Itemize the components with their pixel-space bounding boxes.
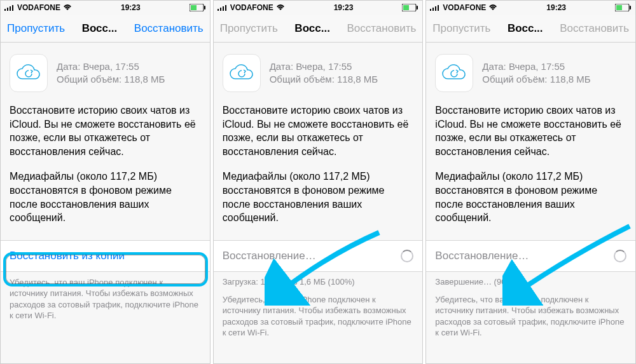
restore-button: Восстановить [560,22,629,35]
backup-info-card: Дата: Вчера, 17:55 Общий объём: 118,8 МБ [426,43,635,100]
nav-bar: Пропустить Восс... Восстановить [1,15,210,43]
svg-rect-3 [12,5,13,11]
status-time: 19:23 [546,3,566,12]
status-bar: VODAFONE 19:23 [1,1,210,15]
description-block: Восстановите историю своих чатов из iClo… [1,100,210,240]
desc-paragraph-1: Восстановите историю своих чатов из iClo… [10,104,201,158]
nav-title: Восс... [82,22,118,35]
svg-rect-20 [616,5,622,10]
carrier-label: VODAFONE [443,3,486,12]
svg-rect-9 [223,6,224,11]
restore-label: Восстановление… [435,250,529,262]
battery-icon [402,4,418,11]
skip-button: Пропустить [432,22,490,35]
footer-note: Убедитесь, что ваш iPhone подключен к ис… [1,272,210,327]
nav-title: Восс... [508,22,543,35]
svg-rect-7 [218,9,219,11]
status-bar: VODAFONE 19:23 [214,1,423,15]
desc-paragraph-1: Восстановите историю своих чатов из iClo… [223,104,414,158]
cloud-restore-icon [435,54,473,92]
skip-button[interactable]: Пропустить [7,22,65,35]
backup-date: Дата: Вчера, 17:55 [57,60,165,73]
signal-icon [218,4,228,11]
nav-bar: Пропустить Восс... Восстановить [426,15,635,43]
backup-info-card: Дата: Вчера, 17:55 Общий объём: 118,8 МБ [214,43,423,100]
carrier-label: VODAFONE [230,3,273,12]
signal-icon [4,4,15,11]
svg-rect-14 [430,9,431,11]
wifi-icon [63,4,72,11]
svg-rect-5 [204,6,205,10]
svg-rect-13 [403,5,409,10]
backup-date: Дата: Вчера, 17:55 [270,60,378,73]
restore-label: Восстановить из копии [10,250,125,262]
svg-rect-12 [417,6,418,10]
signal-icon [430,4,440,11]
screen-1: VODAFONE 19:23 Пропустить Восс... Восста… [0,0,211,364]
battery-icon [615,4,632,11]
status-time: 19:23 [334,3,354,12]
wifi-icon [488,4,497,11]
carrier-label: VODAFONE [17,3,60,12]
status-time: 19:23 [121,3,141,12]
desc-paragraph-2: Медиафайлы (около 117,2 МБ) восстановятс… [435,170,626,224]
progress-text: Завершение… (90%) [426,272,635,289]
svg-rect-19 [630,6,631,10]
desc-paragraph-2: Медиафайлы (около 117,2 МБ) восстановятс… [10,170,201,224]
svg-rect-6 [191,5,197,10]
nav-title: Восс... [294,22,330,35]
description-block: Восстановите историю своих чатов из iClo… [426,100,635,240]
restore-progress-row: Восстановление… [214,240,423,272]
screen-3: VODAFONE 19:23 Пропустить Восс... Восста… [425,0,636,364]
svg-rect-0 [4,9,6,11]
skip-button: Пропустить [220,22,278,35]
footer-note: Убедитесь, что ваш iPhone подключен к ис… [426,289,635,344]
cloud-restore-icon [10,54,48,92]
svg-rect-16 [435,6,436,11]
restore-label: Восстановление… [223,250,316,262]
backup-size: Общий объём: 118,8 МБ [270,73,378,86]
description-block: Восстановите историю своих чатов из iClo… [214,100,423,240]
battery-icon [190,4,206,11]
restore-button: Восстановить [347,22,416,35]
screen-2: VODAFONE 19:23 Пропустить Восс... Восста… [213,0,424,364]
wifi-icon [276,4,285,11]
spinner-icon [614,250,626,262]
progress-text: Загрузка: 1,6 МБ из 1,6 МБ (100%) [214,272,423,289]
backup-info-card: Дата: Вчера, 17:55 Общий объём: 118,8 МБ [1,43,210,100]
svg-rect-17 [438,5,439,11]
svg-rect-1 [7,8,8,11]
backup-size: Общий объём: 118,8 МБ [57,73,165,86]
desc-paragraph-1: Восстановите историю своих чатов из iClo… [435,104,626,158]
spinner-icon [401,250,413,262]
restore-progress-row: Восстановление… [426,240,635,272]
backup-date: Дата: Вчера, 17:55 [482,60,590,73]
svg-rect-2 [10,6,11,11]
svg-rect-8 [220,8,221,11]
backup-size: Общий объём: 118,8 МБ [482,73,590,86]
svg-rect-15 [432,8,434,11]
status-bar: VODAFONE 19:23 [426,1,635,15]
footer-note: Убедитесь, что ваш iPhone подключен к ис… [214,289,423,344]
desc-paragraph-2: Медиафайлы (около 117,2 МБ) восстановятс… [223,170,414,224]
restore-from-backup-button[interactable]: Восстановить из копии [1,240,210,272]
svg-rect-10 [225,5,226,11]
restore-button[interactable]: Восстановить [134,22,204,35]
nav-bar: Пропустить Восс... Восстановить [214,15,423,43]
cloud-restore-icon [223,54,261,92]
